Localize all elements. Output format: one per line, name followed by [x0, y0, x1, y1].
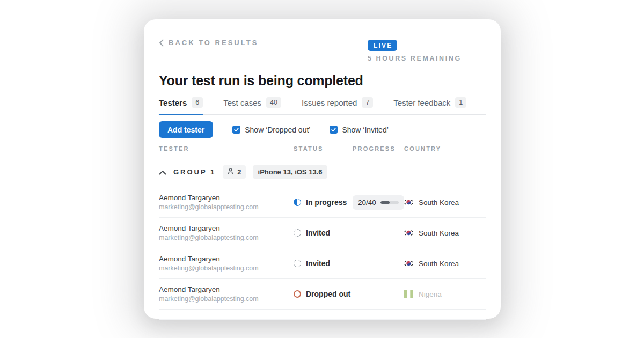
status-label: Dropped out [306, 290, 350, 298]
progress-cell: 20/40 [353, 195, 404, 210]
status-cell: Dropped out [294, 290, 353, 298]
status-in-progress-icon [294, 199, 301, 206]
tester-email: marketing@globalapptesting.com [159, 203, 294, 211]
tab-testers-label: Testers [159, 98, 187, 107]
tester-email: marketing@globalapptesting.com [159, 264, 294, 272]
test-run-card: BACK TO RESULTS LIVE 5 HOURS REMAINING Y… [144, 19, 501, 319]
column-header-country: COUNTRY [404, 145, 486, 152]
group-testers-count: 2 [237, 168, 241, 176]
back-to-results-link[interactable]: BACK TO RESULTS [159, 39, 258, 47]
add-tester-button[interactable]: Add tester [159, 121, 213, 138]
country-cell: Nigeria [404, 290, 486, 298]
country-flag-icon [404, 259, 413, 268]
group-header-row[interactable]: GROUP 1 2 iPhone 13, iOS 13.6 [159, 157, 486, 187]
page-background: BACK TO RESULTS LIVE 5 HOURS REMAINING Y… [0, 0, 644, 338]
status-cell: In progress [294, 198, 353, 207]
tab-tester-feedback[interactable]: Tester feedback 1 [393, 97, 466, 114]
progress-value: 20/40 [358, 199, 376, 207]
person-icon [227, 167, 234, 177]
toolbar: Add tester Show ‘Dropped out’ Show ‘Invi… [159, 121, 486, 138]
back-to-results-label: BACK TO RESULTS [169, 39, 258, 47]
column-header-progress: PROGRESS [353, 145, 404, 152]
status-invited-icon [294, 260, 301, 267]
country-flag-icon [404, 198, 413, 207]
progress-chip: 20/40 [353, 195, 404, 210]
tester-name: Aemond Targaryen [159, 224, 294, 232]
tester-email: marketing@globalapptesting.com [159, 234, 294, 241]
status-invited-icon [294, 229, 301, 237]
tab-testers-count: 6 [192, 97, 203, 108]
group-label: GROUP 1 [173, 168, 216, 176]
chevron-left-icon [159, 39, 164, 47]
filter-show-dropped-out[interactable]: Show ‘Dropped out’ [232, 126, 310, 134]
live-status: LIVE 5 HOURS REMAINING [368, 40, 462, 62]
page-title: Your test run is being completed [159, 73, 486, 89]
tester-email: marketing@globalapptesting.com [159, 295, 294, 303]
column-header-tester: TESTER [159, 145, 294, 152]
country-label: South Korea [419, 260, 459, 268]
tester-name: Aemond Targaryen [159, 194, 294, 202]
tester-name: Aemond Targaryen [159, 285, 294, 293]
column-header-status: STATUS [294, 145, 353, 152]
country-label: Nigeria [419, 290, 442, 298]
tester-cell: Aemond Targaryen marketing@globalapptest… [159, 285, 294, 303]
tab-test-cases-count: 40 [266, 97, 281, 108]
tester-cell: Aemond Targaryen marketing@globalapptest… [159, 255, 294, 272]
checkmark-icon [331, 127, 336, 133]
tester-name: Aemond Targaryen [159, 255, 294, 263]
status-cell: Invited [294, 229, 353, 237]
tester-cell: Aemond Targaryen marketing@globalapptest… [159, 194, 294, 211]
tab-issues-reported-label: Issues reported [302, 98, 357, 107]
checkmark-icon [233, 127, 239, 133]
tab-test-cases[interactable]: Test cases 40 [223, 97, 281, 114]
table-row: Aemond Targaryen marketing@globalapptest… [159, 218, 486, 248]
progress-bar [380, 201, 399, 204]
tab-test-cases-label: Test cases [223, 98, 261, 107]
tester-cell: Aemond Targaryen marketing@globalapptest… [159, 224, 294, 241]
tab-issues-reported[interactable]: Issues reported 7 [302, 97, 373, 114]
filter-dropped-out-label: Show ‘Dropped out’ [245, 126, 310, 134]
country-flag-icon [404, 229, 413, 237]
checkbox-dropped-out[interactable] [232, 126, 240, 134]
status-label: Invited [306, 229, 330, 237]
progress-bar-fill [380, 201, 390, 204]
country-label: South Korea [419, 199, 459, 207]
table-header-row: TESTER STATUS PROGRESS COUNTRY [159, 145, 486, 157]
status-label: Invited [306, 259, 330, 268]
tab-tester-feedback-count: 1 [455, 97, 466, 108]
country-flag-icon [404, 290, 413, 298]
status-dropped-out-icon [294, 290, 301, 298]
table-row-partial [159, 310, 486, 320]
live-badge: LIVE [368, 40, 397, 51]
chevron-up-icon[interactable] [159, 167, 166, 177]
filter-invited-label: Show ‘Invited’ [342, 126, 388, 134]
tab-issues-reported-count: 7 [362, 97, 373, 108]
country-cell: South Korea [404, 198, 486, 207]
tab-tester-feedback-label: Tester feedback [393, 98, 450, 107]
card-header: BACK TO RESULTS LIVE 5 HOURS REMAINING [159, 39, 486, 72]
filter-show-invited[interactable]: Show ‘Invited’ [330, 126, 388, 134]
checkbox-invited[interactable] [330, 126, 338, 134]
group-device-chip: iPhone 13, iOS 13.6 [253, 165, 328, 179]
table-row: Aemond Targaryen marketing@globalapptest… [159, 187, 486, 218]
country-cell: South Korea [404, 229, 486, 237]
country-cell: South Korea [404, 259, 486, 268]
status-label: In progress [306, 198, 347, 207]
table-row: Aemond Targaryen marketing@globalapptest… [159, 279, 486, 310]
group-testers-count-chip: 2 [223, 165, 245, 179]
status-cell: Invited [294, 259, 353, 268]
table-row: Aemond Targaryen marketing@globalapptest… [159, 248, 486, 279]
country-label: South Korea [419, 229, 459, 237]
tab-bar: Testers 6 Test cases 40 Issues reported … [159, 97, 486, 115]
tab-testers[interactable]: Testers 6 [159, 97, 203, 114]
time-remaining-label: 5 HOURS REMAINING [368, 55, 462, 62]
